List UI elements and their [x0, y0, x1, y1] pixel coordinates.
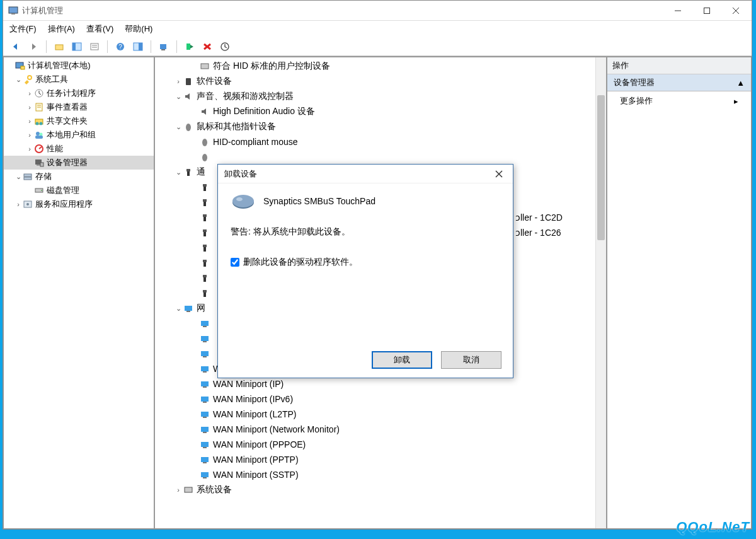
network-icon — [199, 439, 210, 449]
tree-device-manager[interactable]: 设备管理器 — [4, 156, 154, 170]
tree-disk-management[interactable]: 磁盘管理 — [4, 183, 154, 197]
help-button[interactable]: ? — [113, 39, 128, 54]
collapse-icon[interactable]: ⌄ — [174, 93, 183, 101]
svg-rect-9 — [91, 43, 98, 50]
action-label: 更多操作 — [620, 95, 653, 107]
tree-performance[interactable]: › 性能 — [4, 142, 154, 156]
uninstall-device-button[interactable] — [200, 39, 215, 54]
svg-rect-82 — [203, 386, 207, 388]
expand-icon[interactable]: › — [25, 145, 34, 153]
app-icon — [8, 6, 18, 16]
dialog-close-button[interactable] — [489, 166, 509, 182]
collapse-icon[interactable]: ⌄ — [174, 168, 183, 177]
network-icon — [199, 409, 210, 419]
collapse-icon[interactable]: ⌄ — [14, 173, 23, 181]
scrollbar-thumb[interactable] — [597, 95, 605, 240]
menu-help[interactable]: 帮助(H) — [125, 23, 152, 35]
update-driver-button[interactable] — [217, 39, 232, 54]
software-icon — [183, 76, 194, 86]
svg-rect-49 — [186, 78, 191, 85]
hid-icon — [199, 61, 210, 71]
dev-mouse-cat[interactable]: ⌄鼠标和其他指针设备 — [155, 119, 606, 134]
dev-sound[interactable]: ⌄声音、视频和游戏控制器 — [155, 89, 606, 104]
maximize-button[interactable] — [692, 1, 721, 20]
expand-icon[interactable]: › — [25, 117, 34, 125]
dev-hidden-mouse[interactable] — [155, 149, 606, 165]
expand-icon[interactable]: › — [174, 78, 183, 85]
device-label: 通 — [197, 166, 205, 178]
tree-storage[interactable]: ⌄ 存储 — [4, 170, 154, 183]
dev-wan-sstp[interactable]: WAN Miniport (SSTP) — [155, 467, 606, 482]
dev-hd-audio[interactable]: High Definition Audio 设备 — [155, 104, 606, 119]
usb-icon — [199, 258, 210, 268]
collapse-icon[interactable]: ⌄ — [14, 76, 23, 84]
svg-rect-66 — [203, 262, 206, 267]
expand-icon[interactable]: › — [25, 90, 34, 97]
scan-hardware-button[interactable] — [156, 39, 171, 54]
svg-rect-17 — [161, 49, 165, 50]
tree-label: 事件查看器 — [47, 101, 88, 113]
dev-system[interactable]: ›系统设备 — [155, 482, 606, 497]
svg-rect-6 — [55, 45, 63, 50]
device-label: 声音、视频和游戏控制器 — [197, 91, 294, 102]
checkbox-label: 删除此设备的驱动程序软件。 — [243, 257, 358, 268]
close-button[interactable] — [721, 1, 750, 20]
log-icon — [34, 102, 44, 112]
tools-icon — [23, 74, 33, 84]
show-hide-tree-button[interactable] — [69, 39, 84, 54]
view-details-button[interactable] — [130, 39, 146, 54]
collapse-icon[interactable]: ▲ — [736, 78, 745, 88]
svg-point-100 — [236, 197, 243, 201]
collapse-icon[interactable]: ⌄ — [174, 123, 183, 131]
dev-wan-l2tp[interactable]: WAN Miniport (L2TP) — [155, 407, 606, 422]
disk-icon — [34, 185, 44, 195]
tree-label: 性能 — [47, 143, 63, 154]
dev-wan-pppoe[interactable]: WAN Miniport (PPPOE) — [155, 437, 606, 452]
uninstall-button[interactable]: 卸载 — [372, 351, 432, 369]
dev-wan-ip[interactable]: WAN Miniport (IP) — [155, 376, 606, 391]
menu-action[interactable]: 操作(A) — [48, 23, 75, 35]
expand-icon[interactable]: › — [25, 131, 34, 139]
dialog-delete-driver-checkbox[interactable]: 删除此设备的驱动程序软件。 — [231, 257, 500, 268]
tree-task-scheduler[interactable]: › 任务计划程序 — [4, 86, 154, 100]
collapse-icon[interactable]: ⌄ — [174, 304, 183, 313]
svg-rect-74 — [203, 326, 207, 327]
toolbar: ? — [3, 37, 752, 56]
tree-root[interactable]: 计算机管理(本地) — [4, 59, 154, 72]
tree-local-users[interactable]: › 本地用户和组 — [4, 128, 154, 142]
dev-hid-std[interactable]: 符合 HID 标准的用户控制设备 — [155, 59, 606, 74]
dev-wan-netmon[interactable]: WAN Miniport (Network Monitor) — [155, 422, 606, 437]
dev-wan-ipv6[interactable]: WAN Miniport (IPv6) — [155, 391, 606, 407]
tree-event-viewer[interactable]: › 事件查看器 — [4, 100, 154, 114]
action-more[interactable]: 更多操作 ▸ — [607, 91, 751, 110]
svg-rect-55 — [203, 184, 207, 187]
up-button[interactable] — [52, 39, 67, 54]
dev-hid-mouse[interactable]: HID-compliant mouse — [155, 134, 606, 149]
tree-shared-folders[interactable]: › 共享文件夹 — [4, 114, 154, 128]
scrollbar[interactable] — [595, 57, 606, 528]
actions-section[interactable]: 设备管理器 ▲ — [607, 74, 751, 91]
cancel-button[interactable]: 取消 — [441, 351, 501, 369]
enable-device-button[interactable] — [182, 39, 197, 54]
device-label: WAN Miniport (PPTP) — [213, 455, 299, 465]
minimize-button[interactable] — [663, 1, 692, 20]
users-icon — [34, 130, 44, 140]
dev-wan-pptp[interactable]: WAN Miniport (PPTP) — [155, 452, 606, 467]
expand-icon[interactable]: › — [174, 486, 183, 494]
checkbox-input[interactable] — [231, 258, 239, 267]
menu-file[interactable]: 文件(F) — [9, 23, 37, 35]
usb-icon — [199, 212, 210, 223]
tree-system-tools[interactable]: ⌄ 系统工具 — [4, 72, 154, 86]
expand-icon[interactable]: › — [25, 103, 34, 111]
tree-services[interactable]: › 服务和应用程序 — [4, 197, 154, 211]
back-button[interactable] — [8, 39, 23, 54]
properties-button[interactable] — [87, 39, 102, 54]
section-label: 设备管理器 — [614, 77, 655, 88]
left-tree[interactable]: 计算机管理(本地) ⌄ 系统工具 › 任务计划程序 › 事件查看器 › 共享文件… — [3, 57, 154, 529]
forward-button[interactable] — [26, 39, 41, 54]
dev-software[interactable]: ›软件设备 — [155, 74, 606, 89]
svg-rect-60 — [203, 217, 206, 221]
expand-icon[interactable]: › — [14, 200, 23, 208]
menu-view[interactable]: 查看(V) — [86, 23, 113, 35]
tree-label: 设备管理器 — [47, 157, 88, 168]
